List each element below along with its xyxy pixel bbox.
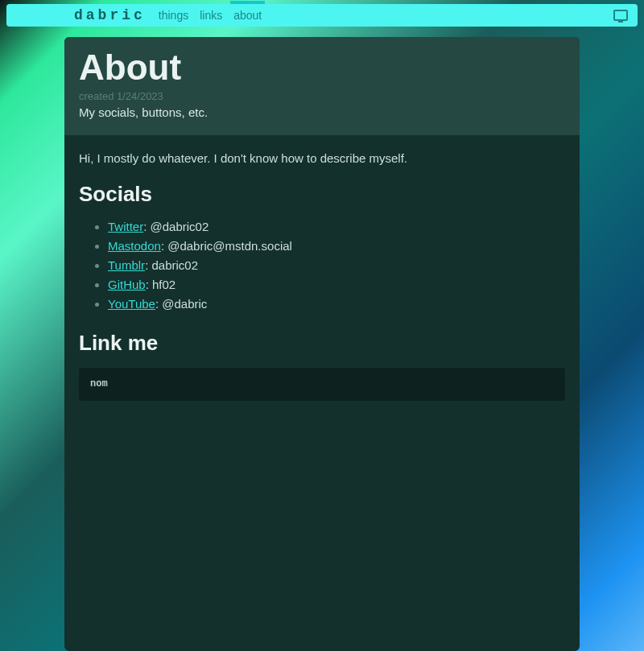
created-date: 1/24/2023 <box>117 90 163 102</box>
header-section: About created 1/24/2023 My socials, butt… <box>64 37 580 135</box>
monitor-icon[interactable] <box>613 10 628 21</box>
social-link-mastodon[interactable]: Mastodon <box>108 239 161 253</box>
list-item: Tumblr: dabric02 <box>108 257 565 274</box>
nav-right <box>613 10 628 21</box>
code-block: nom <box>79 368 565 401</box>
brand-logo[interactable]: dabric <box>74 7 146 23</box>
social-link-twitter[interactable]: Twitter <box>108 220 143 233</box>
nav-link-things[interactable]: things <box>159 9 188 22</box>
social-link-github[interactable]: GitHub <box>108 278 146 291</box>
list-item: Mastodon: @dabric@mstdn.social <box>108 237 565 254</box>
social-handle: : dabric02 <box>145 258 198 272</box>
socials-list: Twitter: @dabric02 Mastodon: @dabric@mst… <box>79 218 565 312</box>
socials-heading: Socials <box>79 179 565 208</box>
page-title: About <box>79 50 565 85</box>
social-handle: : @dabric02 <box>143 220 208 233</box>
list-item: Twitter: @dabric02 <box>108 218 565 235</box>
nav-link-about[interactable]: about <box>233 9 262 22</box>
social-link-tumblr[interactable]: Tumblr <box>108 258 145 272</box>
social-handle: : @dabric@mstdn.social <box>161 239 292 253</box>
list-item: GitHub: hf02 <box>108 276 565 293</box>
social-handle: : @dabric <box>155 297 207 311</box>
linkme-heading: Link me <box>79 328 565 357</box>
created-line: created 1/24/2023 <box>79 90 565 102</box>
social-handle: : hf02 <box>146 278 176 291</box>
nav-links: things links about <box>159 9 262 22</box>
page-subtitle: My socials, buttons, etc. <box>79 105 565 119</box>
list-item: YouTube: @dabric <box>108 295 565 312</box>
navbar: dabric things links about <box>6 4 638 27</box>
content-area: Hi, I mostly do whatever. I don't know h… <box>64 135 580 415</box>
social-link-youtube[interactable]: YouTube <box>108 297 155 311</box>
nav-link-links[interactable]: links <box>200 9 222 22</box>
intro-text: Hi, I mostly do whatever. I don't know h… <box>79 150 565 167</box>
main-container: About created 1/24/2023 My socials, butt… <box>64 37 580 651</box>
created-prefix: created <box>79 90 117 102</box>
